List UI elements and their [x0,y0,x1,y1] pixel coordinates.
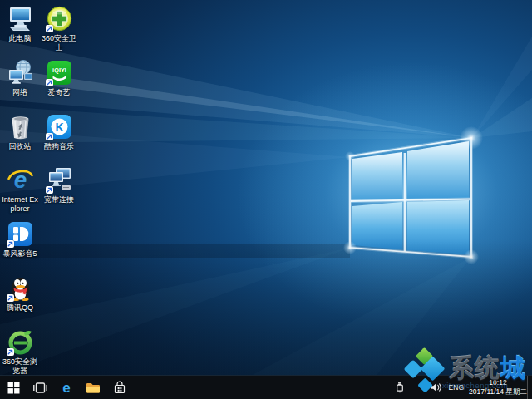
desktop-icon-label: 宽带连接 [40,195,78,204]
desktop-icon-label: 酷狗音乐 [40,142,78,151]
desktop-icon-recycle-bin[interactable]: 回收站 [1,113,39,151]
store-icon [113,381,126,395]
360-safe-icon [46,5,73,32]
iqiyi-icon: iQIYI [46,59,73,86]
desktop-icon-label: 360安全卫士 [40,34,78,52]
show-desktop-button[interactable] [527,376,532,399]
desktop-icon-label: 网络 [1,88,39,97]
recycle-bin-icon [7,113,34,140]
taskbar-buttons: e [0,376,133,399]
edge-icon: e [59,380,74,395]
clock-date: 2017/11/14 星期二 [469,387,527,397]
360-browser-icon [7,328,34,356]
desktop-icon-this-pc[interactable]: 此电脑 [1,5,39,43]
desktop-icon-iqiyi[interactable]: iQIYI爱奇艺 [40,59,78,97]
broadband-icon [46,166,73,194]
taskbar-button-task-view[interactable] [27,376,53,399]
desktop-icon-label: Internet Explorer [1,195,39,214]
svg-text:iQIYI: iQIYI [52,66,66,74]
shortcut-arrow-icon [46,133,53,140]
this-pc-icon [7,5,34,32]
desktop-icon-label: 爱奇艺 [40,88,78,97]
taskbar-button-edge[interactable]: e [53,376,80,399]
desktop-icon-label: 回收站 [1,142,39,151]
task-view-icon [32,382,48,394]
taskbar-button-file-explorer[interactable] [80,376,106,399]
taskbar-button-store[interactable] [106,376,133,399]
desktop[interactable]: 此电脑360安全卫士网络iQIYI爱奇艺回收站K酷狗音乐eInternet Ex… [0,0,532,399]
start-icon [7,382,20,394]
baofeng-icon [7,220,34,248]
desktop-icon-kugou-music[interactable]: K酷狗音乐 [40,113,78,151]
shortcut-arrow-icon [46,25,53,32]
svg-text:e: e [62,380,70,395]
desktop-icon-baofeng[interactable]: 暴风影音5 [1,220,39,259]
shortcut-arrow-icon [7,294,14,302]
svg-text:K: K [55,120,63,133]
ie-icon: e [7,166,34,194]
volume-icon[interactable] [430,376,443,399]
shortcut-arrow-icon [46,186,53,194]
taskbar: e ENG 10:12 2017/11/14 星期二 [0,375,532,399]
desktop-icon-label: 360安全浏览器 [1,357,39,376]
network-icon [7,59,34,86]
clock[interactable]: 10:12 2017/11/14 星期二 [469,378,527,397]
desktop-icon-360-browser[interactable]: 360安全浏览器 [1,328,39,376]
desktop-icon-tencent-qq[interactable]: 腾讯QQ [1,274,39,313]
desktop-icon-label: 此电脑 [1,34,39,43]
system-tray: ENG 10:12 2017/11/14 星期二 [393,376,532,399]
language-indicator[interactable]: ENG [449,383,464,392]
shortcut-arrow-icon [7,240,14,248]
desktop-icon-label: 腾讯QQ [1,303,39,313]
clock-time: 10:12 [469,378,527,387]
qq-icon [7,274,34,302]
shortcut-arrow-icon [7,348,14,356]
desktop-icon-broadband[interactable]: 宽带连接 [40,166,78,204]
start-button[interactable] [0,376,27,399]
file-explorer-icon [86,382,101,394]
usb-icon[interactable] [393,376,406,399]
desktop-icon-label: 暴风影音5 [1,249,39,259]
shortcut-arrow-icon [46,79,53,86]
desktop-icons-layer: 此电脑360安全卫士网络iQIYI爱奇艺回收站K酷狗音乐eInternet Ex… [0,0,532,399]
kugou-icon: K [46,113,73,140]
desktop-icon-network[interactable]: 网络 [1,59,39,97]
desktop-icon-360-safe[interactable]: 360安全卫士 [40,5,78,52]
desktop-icon-internet-explorer[interactable]: eInternet Explorer [1,166,39,214]
